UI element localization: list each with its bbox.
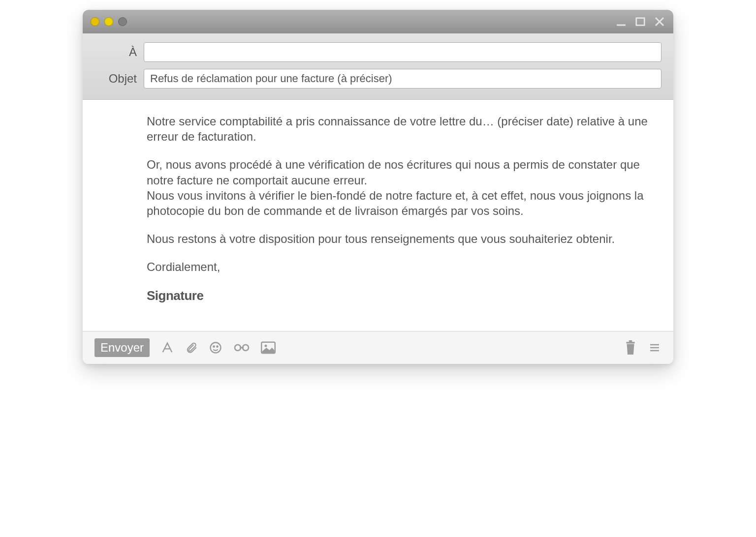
svg-point-6 — [217, 346, 218, 347]
message-body[interactable]: Notre service comptabilité a pris connai… — [83, 100, 673, 331]
attachment-icon[interactable] — [185, 341, 198, 354]
link-icon[interactable] — [233, 343, 250, 353]
to-row: À — [94, 42, 662, 62]
body-line-2b: Nous vous invitons à vérifier le bien-fo… — [147, 189, 644, 217]
body-signature: Signature — [147, 288, 654, 304]
font-icon[interactable] — [160, 341, 174, 355]
window-zoom-dot[interactable] — [118, 17, 127, 26]
emoji-icon[interactable] — [209, 341, 222, 355]
minimize-icon[interactable] — [615, 16, 627, 28]
svg-rect-13 — [629, 340, 632, 342]
body-line-2a: Or, nous avons procédé à une vérificatio… — [147, 158, 640, 186]
window-minimize-dot[interactable] — [104, 17, 113, 26]
body-paragraph-1: Notre service comptabilité a pris connai… — [147, 114, 654, 144]
trash-icon[interactable] — [624, 340, 637, 355]
svg-point-4 — [211, 343, 221, 353]
svg-rect-12 — [626, 342, 634, 343]
image-icon[interactable] — [261, 341, 276, 354]
svg-point-5 — [213, 346, 214, 347]
window-close-dot[interactable] — [91, 17, 99, 26]
compose-toolbar: Envoyer — [83, 331, 673, 364]
menu-icon[interactable] — [648, 342, 662, 354]
titlebar — [83, 10, 673, 33]
maximize-icon[interactable] — [635, 16, 646, 27]
header-fields: À Objet — [83, 33, 673, 100]
to-input[interactable] — [144, 42, 662, 62]
body-closing: Cordialement, — [147, 259, 654, 274]
svg-point-11 — [265, 345, 267, 347]
send-button[interactable]: Envoyer — [94, 338, 150, 357]
window-controls-right — [615, 10, 665, 33]
subject-label: Objet — [94, 72, 144, 86]
body-paragraph-3: Nous restons à votre disposition pour to… — [147, 231, 654, 246]
body-paragraph-2: Or, nous avons procédé à une vérificatio… — [147, 157, 654, 218]
svg-rect-1 — [636, 18, 645, 26]
close-icon[interactable] — [654, 16, 665, 28]
to-label: À — [94, 45, 144, 59]
subject-input[interactable] — [144, 69, 662, 89]
traffic-lights — [91, 17, 127, 26]
compose-window: À Objet Notre service comptabilité a pri… — [83, 10, 673, 364]
subject-row: Objet — [94, 69, 662, 89]
